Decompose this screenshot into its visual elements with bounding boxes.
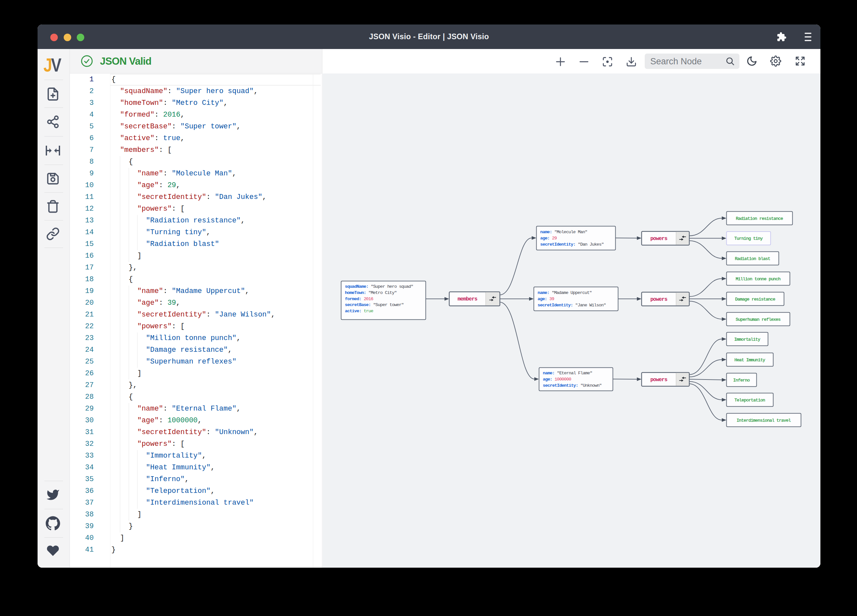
svg-text:Interdimensional travel: Interdimensional travel xyxy=(736,418,791,423)
svg-text:members: members xyxy=(458,296,478,302)
svg-text:Teleportation: Teleportation xyxy=(735,398,765,403)
svg-text:Turning tiny: Turning tiny xyxy=(734,236,763,241)
svg-text:Superhuman reflexes: Superhuman reflexes xyxy=(736,317,781,322)
svg-text:secretIdentity: "Unknown": secretIdentity: "Unknown" xyxy=(543,383,602,388)
svg-text:name: "Molecule Man": name: "Molecule Man" xyxy=(540,230,587,235)
svg-text:formed: 2016: formed: 2016 xyxy=(345,297,373,302)
svg-text:active: true: active: true xyxy=(345,309,373,314)
svg-text:name: "Madame Uppercut": name: "Madame Uppercut" xyxy=(538,290,592,295)
svg-text:Million tonne punch: Million tonne punch xyxy=(736,277,781,282)
svg-text:powers: powers xyxy=(650,377,667,383)
svg-text:age: 1000000: age: 1000000 xyxy=(543,377,571,382)
svg-text:squadName: "Super hero squad": squadName: "Super hero squad" xyxy=(345,284,413,289)
svg-text:Immortality: Immortality xyxy=(734,337,760,342)
svg-text:Radiation resistance: Radiation resistance xyxy=(736,216,783,221)
svg-text:powers: powers xyxy=(650,297,667,302)
svg-text:Heat Immunity: Heat Immunity xyxy=(735,358,765,362)
svg-text:secretIdentity: "Jane Wilson": secretIdentity: "Jane Wilson" xyxy=(538,303,606,308)
svg-text:name: "Eternal Flame": name: "Eternal Flame" xyxy=(543,371,592,376)
svg-text:Inferno: Inferno xyxy=(733,378,750,383)
svg-text:secretIdentity: "Dan Jukes": secretIdentity: "Dan Jukes" xyxy=(540,242,603,247)
svg-text:secretBase: "Super tower": secretBase: "Super tower" xyxy=(345,302,404,307)
svg-text:Damage resistance: Damage resistance xyxy=(735,297,775,302)
svg-text:homeTown: "Metro City": homeTown: "Metro City" xyxy=(345,290,396,295)
svg-text:age: 39: age: 39 xyxy=(538,297,554,302)
svg-text:age: 29: age: 29 xyxy=(540,236,557,241)
svg-text:Radiation blast: Radiation blast xyxy=(735,256,770,261)
svg-text:powers: powers xyxy=(650,236,667,242)
